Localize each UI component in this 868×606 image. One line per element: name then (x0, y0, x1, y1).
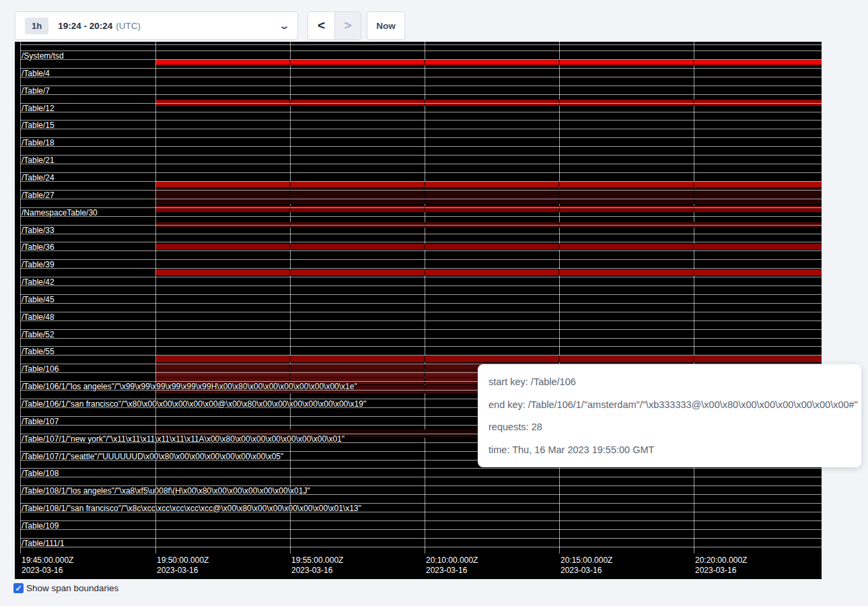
heat-band (156, 356, 822, 362)
span-label: /Table/24 (22, 174, 55, 182)
span-label: /Table/12 (22, 104, 55, 113)
time-nav-group: < > (308, 11, 361, 40)
span-boundary-line (20, 172, 822, 173)
span-boundary-line (20, 181, 822, 182)
span-boundary-line (20, 77, 822, 77)
time-axis-tick: 20:20:00.000Z2023-03-16 (695, 556, 747, 576)
span-boundary-line (20, 86, 822, 86)
range-text: 19:24 - 20:24 (58, 21, 112, 31)
span-boundary-line (20, 285, 822, 286)
span-boundary-line (20, 94, 822, 95)
span-boundary-line (20, 164, 822, 164)
heat-band (156, 244, 822, 250)
span-boundary-line (20, 303, 822, 304)
span-boundary-line (20, 103, 822, 104)
span-boundary-line (20, 547, 822, 547)
span-label: /Table/15 (22, 121, 55, 130)
span-label: /NamespaceTable/30 (22, 209, 98, 217)
span-label: /Table/42 (22, 278, 55, 287)
span-label: /Table/108/1/"los angeles"/"\xa8\xf5\u00… (22, 487, 310, 496)
span-boundary-line (20, 120, 822, 121)
time-axis-tick: 20:15:00.000Z2023-03-16 (560, 556, 612, 576)
span-label: /Table/55 (22, 347, 55, 356)
prev-time-button[interactable]: < (308, 12, 334, 39)
span-boundary-line (20, 129, 822, 129)
span-boundary-line (20, 529, 822, 530)
span-label: /Table/107/1/"new york"/"\x11\x11\x11\x1… (22, 435, 345, 444)
time-axis-tick: 20:10:00.000Z2023-03-16 (426, 556, 478, 576)
span-boundary-line (20, 199, 822, 199)
span-label: /Table/108 (22, 469, 59, 478)
span-boundary-line (20, 59, 822, 60)
span-boundary-line (20, 207, 822, 208)
next-time-button[interactable]: > (334, 12, 361, 39)
span-label: /Table/21 (22, 156, 55, 165)
heat-band (156, 181, 822, 187)
span-boundary-line (20, 520, 822, 521)
span-boundary-line (20, 538, 822, 539)
span-boundary-line (20, 155, 822, 156)
span-label: /System/tsd (22, 52, 64, 61)
span-label: /Table/48 (22, 313, 55, 322)
span-boundary-line (20, 477, 822, 477)
time-axis-tick: 19:55:00.000Z2023-03-16 (291, 556, 343, 576)
span-boundary-line (20, 338, 822, 339)
span-label: /Table/107/1/"seattle"/"UUUUUUD\x00\x80\… (22, 452, 283, 461)
tooltip-line: time: Thu, 16 Mar 2023 19:55:00 GMT (489, 443, 851, 457)
heat-band (156, 269, 822, 275)
span-label: /Table/36 (22, 243, 55, 252)
span-boundary-line (20, 259, 822, 260)
span-boundary-line (20, 468, 822, 469)
span-label: /Table/4 (22, 69, 50, 78)
span-label: /Table/109 (22, 522, 59, 531)
span-boundary-line (20, 112, 822, 112)
span-label: /Table/45 (22, 296, 55, 304)
show-span-boundaries-label: Show span boundaries (26, 583, 118, 593)
span-boundary-line (20, 225, 822, 226)
span-label: /Table/106/1/"san francisco"/"\x80\x00\x… (22, 400, 366, 409)
time-axis-tick: 19:45:00.000Z2023-03-16 (22, 556, 73, 576)
span-boundary-line (20, 242, 822, 242)
span-label: /Table/7 (22, 87, 50, 96)
tooltip-line: requests: 28 (489, 420, 851, 434)
span-boundary-line (20, 355, 822, 356)
heat-band (156, 59, 822, 65)
span-boundary-line (20, 68, 822, 69)
span-label: /Table/108/1/"san francisco"/"\x8c\xcc\x… (22, 504, 361, 513)
span-boundary-line (20, 277, 822, 277)
span-label: /Table/18 (22, 139, 55, 147)
span-boundary-line (20, 312, 822, 312)
span-hover-tooltip: start key: /Table/106end key: /Table/106… (478, 364, 861, 467)
span-boundary-line (20, 50, 822, 51)
span-boundary-line (20, 294, 822, 295)
span-boundary-line (20, 329, 822, 330)
footer-options: ✓ Show span boundaries (13, 583, 118, 593)
span-label: /Table/27 (22, 191, 55, 200)
span-boundary-line (20, 250, 822, 251)
key-visualizer-canvas[interactable]: /System/tsd/Table/4/Table/7/Table/12/Tab… (15, 42, 822, 579)
span-boundary-line (20, 146, 822, 147)
span-label: /Table/106 (22, 365, 59, 374)
span-label: /Table/106/1/"los angeles"/"\x99\x99\x99… (22, 382, 357, 391)
span-label: /Table/107 (22, 417, 59, 426)
span-boundary-line (20, 137, 822, 138)
range-timezone: (UTC) (116, 21, 141, 31)
span-boundary-line (20, 321, 822, 321)
tooltip-line: end key: /Table/106/1/"amsterdam"/"\xb33… (489, 398, 851, 411)
span-boundary-line (20, 216, 822, 217)
span-boundary-line (20, 268, 822, 269)
span-boundary-line (20, 234, 822, 234)
span-boundary-line (20, 44, 822, 45)
now-button[interactable]: Now (367, 11, 405, 40)
time-axis-tick: 19:50:00.000Z2023-03-16 (157, 556, 209, 576)
span-label: /Table/39 (22, 261, 55, 269)
show-span-boundaries-checkbox[interactable]: ✓ (13, 583, 24, 593)
range-duration-badge: 1h (25, 18, 48, 34)
tooltip-line: start key: /Table/106 (489, 375, 851, 389)
span-boundary-line (20, 346, 822, 347)
span-label: /Table/33 (22, 226, 55, 235)
time-range-dropdown[interactable]: 1h 19:24 - 20:24 (UTC) ⌄ (15, 11, 298, 40)
span-label: /Table/111/1 (22, 539, 65, 548)
span-boundary-line (20, 190, 822, 191)
span-label: /Table/52 (22, 331, 55, 339)
